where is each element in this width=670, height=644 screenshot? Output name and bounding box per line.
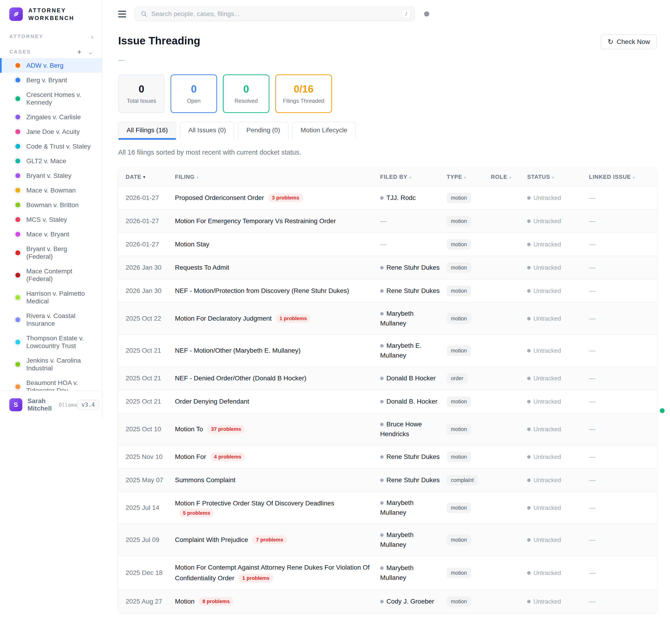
menu-button[interactable]: [118, 11, 126, 17]
cell-filed-by: Bruce Howe Hendricks: [380, 420, 447, 439]
empty-dash: —: [589, 347, 595, 354]
floating-status-dot: [660, 408, 665, 413]
table-row[interactable]: 2025 Oct 21NEF - Denied Order/Other (Don…: [118, 366, 657, 390]
case-label: Jenkins v. Carolina Industrial: [26, 357, 93, 372]
cell-filing: Summons Complaint: [175, 475, 380, 485]
user-bar[interactable]: S Sarah Mitchell Ollama v3.4: [0, 390, 102, 419]
problems-badge: 7 problems: [252, 535, 287, 544]
case-label: Bowman v. Britton: [26, 201, 79, 209]
user-status-dot[interactable]: [424, 11, 429, 16]
sidebar-item-case[interactable]: MCS v. Staley: [0, 212, 102, 227]
tab-all-filings-16[interactable]: All Filings (16): [118, 122, 176, 140]
table-row[interactable]: 2026-01-27Proposed Ordericonsent Order3 …: [118, 187, 657, 209]
sort-arrow-icon[interactable]: ▴: [509, 175, 512, 179]
column-header-linked-issue[interactable]: LINKED ISSUE▴: [589, 174, 649, 180]
empty-dash: —: [589, 374, 595, 382]
search-input[interactable]: [151, 10, 401, 18]
sort-arrow-icon[interactable]: ▴: [633, 175, 635, 179]
sidebar-item-case[interactable]: Zingales v. Carlisle: [0, 110, 102, 124]
table-row[interactable]: 2026 Jan 30Requests To AdmitRene Stuhr D…: [118, 256, 657, 279]
type-pill: motion: [447, 239, 471, 250]
stat-label: Open: [187, 98, 201, 104]
status-label: Untracked: [534, 504, 561, 511]
add-case-button[interactable]: +: [77, 50, 82, 54]
cell-type: order: [447, 373, 491, 384]
filing-title: Motion For Emergency Temporary Vs Restra…: [175, 217, 336, 224]
column-header-filed-by[interactable]: FILED BY▴: [380, 174, 447, 180]
sidebar-item-case[interactable]: Mace Contempt (Federal): [0, 264, 102, 286]
status-dot-icon: [527, 400, 531, 403]
cell-filing: Proposed Ordericonsent Order3 problems: [175, 192, 380, 203]
cell-type: motion: [447, 239, 491, 250]
sidebar-item-case[interactable]: Harrison v. Palmetto Medical: [0, 286, 102, 309]
problems-badge: 1 problems: [239, 574, 273, 583]
table-row[interactable]: 2025 Oct 10Motion To37 problemsBruce How…: [118, 413, 657, 445]
cell-date: 2025 Oct 22: [126, 315, 175, 322]
column-header-type[interactable]: TYPE▴: [447, 174, 491, 180]
sort-arrow-icon[interactable]: ▴: [552, 175, 554, 179]
search-box[interactable]: /: [134, 7, 415, 21]
chevron-right-icon[interactable]: ›: [91, 34, 94, 39]
sidebar-item-case[interactable]: Mace v. Bowman: [0, 183, 102, 197]
empty-dash: —: [380, 217, 387, 224]
empty-dash: —: [380, 241, 387, 248]
sort-arrow-icon[interactable]: ▾: [143, 175, 146, 179]
sort-arrow-icon[interactable]: ▴: [464, 175, 467, 179]
sidebar-item-case[interactable]: Berg v. Bryant: [0, 73, 102, 87]
stat-label: Total Issues: [127, 98, 156, 104]
table-row[interactable]: 2025 Nov 10Motion For4 problemsRene Stuh…: [118, 445, 657, 468]
filing-title: Motion For Declaratory Judgment: [175, 315, 272, 322]
chevron-down-icon[interactable]: ⌄: [88, 50, 94, 54]
status-label: Untracked: [534, 264, 561, 271]
sidebar-item-case[interactable]: Bowman v. Britton: [0, 197, 102, 212]
case-label: Mace Contempt (Federal): [26, 268, 93, 283]
table-row[interactable]: 2025 Jul 09Complaint With Prejudice7 pro…: [118, 523, 657, 556]
sidebar-section-attorney[interactable]: ATTORNEY ›: [0, 33, 102, 40]
table-row[interactable]: 2025 May 07Summons ComplaintRene Stuhr D…: [118, 468, 657, 492]
sidebar-item-case[interactable]: Mace v. Bryant: [0, 227, 102, 242]
empty-dash: —: [589, 569, 595, 576]
sidebar-item-case[interactable]: Jenkins v. Carolina Industrial: [0, 353, 102, 375]
column-header-date[interactable]: DATE▾: [126, 174, 175, 180]
case-label: Crescent Homes v. Kennedy: [26, 91, 93, 106]
cell-linked-issue: —: [589, 315, 649, 322]
sidebar-item-case[interactable]: Thompson Estate v. Lowcountry Trust: [0, 331, 102, 353]
person-dot-icon: [380, 533, 384, 537]
type-pill: complaint: [447, 475, 478, 485]
case-label: Bryant v. Staley: [26, 172, 71, 179]
cell-status: Untracked: [527, 477, 589, 484]
tab-all-issues-0[interactable]: All Issues (0): [180, 122, 234, 140]
sort-arrow-icon[interactable]: ▴: [409, 175, 412, 179]
column-header-status[interactable]: STATUS▴: [527, 174, 589, 180]
tab-motion-lifecycle[interactable]: Motion Lifecycle: [292, 122, 356, 140]
table-row[interactable]: 2025 Dec 18Motion For Contempt Against A…: [118, 556, 657, 590]
column-header-role[interactable]: ROLE▴: [491, 174, 527, 180]
sidebar-item-case[interactable]: ADW v. Berg: [0, 58, 102, 73]
table-row[interactable]: 2026 Jan 30NEF - Motion/Protection from …: [118, 279, 657, 302]
table-row[interactable]: 2025 Jul 14Motion F Protective Order Sta…: [118, 492, 657, 523]
sidebar-item-case[interactable]: Jane Doe v. Acuity: [0, 124, 102, 139]
table-row[interactable]: 2025 Oct 21NEF - Motion/Other (Marybeth …: [118, 334, 657, 366]
status-dot-icon: [527, 600, 531, 603]
sidebar-section-cases[interactable]: CASES + ⌄: [0, 49, 102, 55]
tab-pending-0[interactable]: Pending (0): [238, 122, 289, 140]
column-header-filing[interactable]: FILING▴: [175, 174, 380, 180]
cell-filed-by: —: [380, 217, 447, 225]
sidebar-item-case[interactable]: Crescent Homes v. Kennedy: [0, 87, 102, 110]
table-row[interactable]: 2025 Aug 27Motion8 problemsCody J. Groeb…: [118, 590, 657, 613]
table-row[interactable]: 2026-01-27Motion For Emergency Temporary…: [118, 209, 657, 233]
sidebar-item-case[interactable]: Bryant v. Staley: [0, 168, 102, 183]
sort-arrow-icon[interactable]: ▴: [197, 175, 199, 179]
sidebar-item-case[interactable]: Rivera v. Coastal Insurance: [0, 309, 102, 331]
cell-linked-issue: —: [589, 194, 649, 202]
sidebar-item-case[interactable]: Code & Trust v. Staley: [0, 139, 102, 154]
cell-filed-by: Marybeth Mullaney: [380, 563, 447, 583]
check-now-button[interactable]: ↻ Check Now: [601, 35, 657, 49]
sidebar-item-case[interactable]: GLT2 v. Mace: [0, 154, 102, 168]
table-row[interactable]: 2025 Oct 22Motion For Declaratory Judgme…: [118, 302, 657, 334]
table-row[interactable]: 2026-01-27Motion Stay—motionUntracked—: [118, 233, 657, 256]
cell-date: 2026-01-27: [126, 241, 175, 248]
stat-card: 0Open: [171, 74, 217, 113]
sidebar-item-case[interactable]: Bryant v. Berg (Federal): [0, 242, 102, 264]
table-row[interactable]: 2025 Oct 21Order Denying DefendantDonald…: [118, 390, 657, 413]
